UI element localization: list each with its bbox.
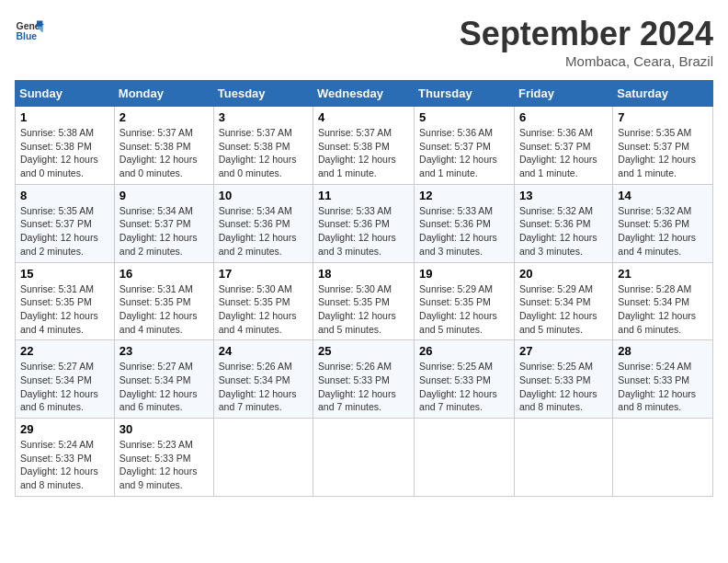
day-info: Sunrise: 5:29 AM Sunset: 5:34 PM Dayligh… [519, 282, 608, 337]
day-cell: 7Sunrise: 5:35 AM Sunset: 5:37 PM Daylig… [613, 107, 713, 185]
day-number: 5 [419, 110, 509, 124]
day-cell: 9Sunrise: 5:34 AM Sunset: 5:37 PM Daylig… [114, 184, 213, 262]
day-number: 19 [419, 267, 509, 281]
calendar-table: SundayMondayTuesdayWednesdayThursdayFrid… [15, 80, 713, 497]
day-cell: 16Sunrise: 5:31 AM Sunset: 5:35 PM Dayli… [114, 262, 213, 340]
day-number: 3 [219, 110, 308, 124]
svg-text:Blue: Blue [17, 31, 38, 41]
day-number: 8 [20, 189, 109, 202]
day-number: 13 [519, 189, 608, 202]
day-number: 29 [20, 422, 109, 436]
day-cell: 28Sunrise: 5:24 AM Sunset: 5:33 PM Dayli… [613, 340, 713, 419]
day-number: 1 [20, 110, 109, 124]
day-cell: 11Sunrise: 5:33 AM Sunset: 5:36 PM Dayli… [313, 184, 415, 262]
day-cell: 22Sunrise: 5:27 AM Sunset: 5:34 PM Dayli… [16, 340, 115, 419]
day-cell: 24Sunrise: 5:26 AM Sunset: 5:34 PM Dayli… [213, 340, 313, 419]
day-number: 15 [20, 267, 109, 281]
day-cell: 17Sunrise: 5:30 AM Sunset: 5:35 PM Dayli… [213, 262, 313, 340]
day-number: 23 [119, 344, 209, 358]
day-number: 28 [618, 344, 708, 358]
day-number: 18 [318, 267, 409, 281]
day-cell: 8Sunrise: 5:35 AM Sunset: 5:37 PM Daylig… [16, 184, 115, 262]
header-thursday: Thursday [415, 81, 515, 107]
day-info: Sunrise: 5:36 AM Sunset: 5:37 PM Dayligh… [519, 126, 608, 180]
day-number: 30 [119, 422, 209, 436]
header-row: SundayMondayTuesdayWednesdayThursdayFrid… [16, 81, 713, 107]
day-info: Sunrise: 5:33 AM Sunset: 5:36 PM Dayligh… [419, 204, 509, 259]
day-info: Sunrise: 5:35 AM Sunset: 5:37 PM Dayligh… [618, 126, 708, 180]
page-header: General Blue September 2024 Mombaca, Cea… [15, 15, 713, 69]
day-cell: 15Sunrise: 5:31 AM Sunset: 5:35 PM Dayli… [16, 262, 115, 340]
day-info: Sunrise: 5:34 AM Sunset: 5:37 PM Dayligh… [119, 204, 209, 259]
header-saturday: Saturday [613, 81, 713, 107]
day-info: Sunrise: 5:23 AM Sunset: 5:33 PM Dayligh… [119, 438, 209, 492]
day-info: Sunrise: 5:34 AM Sunset: 5:36 PM Dayligh… [219, 204, 308, 259]
location: Mombaca, Ceara, Brazil [460, 53, 713, 69]
day-cell: 10Sunrise: 5:34 AM Sunset: 5:36 PM Dayli… [213, 184, 313, 262]
day-cell: 21Sunrise: 5:28 AM Sunset: 5:34 PM Dayli… [613, 262, 713, 340]
day-info: Sunrise: 5:33 AM Sunset: 5:36 PM Dayligh… [318, 204, 409, 259]
day-cell: 2Sunrise: 5:37 AM Sunset: 5:38 PM Daylig… [114, 107, 213, 185]
day-cell: 25Sunrise: 5:26 AM Sunset: 5:33 PM Dayli… [313, 340, 415, 419]
day-number: 20 [519, 267, 608, 281]
day-number: 11 [318, 189, 409, 202]
day-cell: 23Sunrise: 5:27 AM Sunset: 5:34 PM Dayli… [114, 340, 213, 419]
day-info: Sunrise: 5:28 AM Sunset: 5:34 PM Dayligh… [618, 282, 708, 337]
day-info: Sunrise: 5:27 AM Sunset: 5:34 PM Dayligh… [20, 360, 109, 414]
day-info: Sunrise: 5:38 AM Sunset: 5:38 PM Dayligh… [20, 126, 109, 180]
day-info: Sunrise: 5:25 AM Sunset: 5:33 PM Dayligh… [419, 360, 509, 414]
day-number: 4 [318, 110, 409, 124]
day-cell: 29Sunrise: 5:24 AM Sunset: 5:33 PM Dayli… [16, 419, 115, 497]
week-row-2: 8Sunrise: 5:35 AM Sunset: 5:37 PM Daylig… [16, 184, 713, 262]
day-cell: 3Sunrise: 5:37 AM Sunset: 5:38 PM Daylig… [213, 107, 313, 185]
day-cell: 4Sunrise: 5:37 AM Sunset: 5:38 PM Daylig… [313, 107, 415, 185]
day-info: Sunrise: 5:26 AM Sunset: 5:33 PM Dayligh… [318, 360, 409, 414]
day-info: Sunrise: 5:37 AM Sunset: 5:38 PM Dayligh… [219, 126, 308, 180]
day-cell: 12Sunrise: 5:33 AM Sunset: 5:36 PM Dayli… [415, 184, 515, 262]
day-number: 10 [219, 189, 308, 202]
day-cell [313, 419, 415, 497]
day-cell: 13Sunrise: 5:32 AM Sunset: 5:36 PM Dayli… [514, 184, 612, 262]
header-tuesday: Tuesday [213, 81, 313, 107]
day-cell: 6Sunrise: 5:36 AM Sunset: 5:37 PM Daylig… [514, 107, 612, 185]
month-title: September 2024 [460, 15, 713, 53]
day-number: 2 [119, 110, 209, 124]
day-number: 14 [618, 189, 708, 202]
day-cell: 5Sunrise: 5:36 AM Sunset: 5:37 PM Daylig… [415, 107, 515, 185]
day-cell: 18Sunrise: 5:30 AM Sunset: 5:35 PM Dayli… [313, 262, 415, 340]
day-number: 22 [20, 344, 109, 358]
day-info: Sunrise: 5:29 AM Sunset: 5:35 PM Dayligh… [419, 282, 509, 337]
day-info: Sunrise: 5:30 AM Sunset: 5:35 PM Dayligh… [318, 282, 409, 337]
day-cell: 19Sunrise: 5:29 AM Sunset: 5:35 PM Dayli… [415, 262, 515, 340]
day-cell [514, 419, 612, 497]
week-row-3: 15Sunrise: 5:31 AM Sunset: 5:35 PM Dayli… [16, 262, 713, 340]
day-cell: 27Sunrise: 5:25 AM Sunset: 5:33 PM Dayli… [514, 340, 612, 419]
day-cell: 1Sunrise: 5:38 AM Sunset: 5:38 PM Daylig… [16, 107, 115, 185]
day-number: 17 [219, 267, 308, 281]
day-info: Sunrise: 5:24 AM Sunset: 5:33 PM Dayligh… [618, 360, 708, 414]
day-number: 24 [219, 344, 308, 358]
day-cell [613, 419, 713, 497]
day-number: 27 [519, 344, 608, 358]
day-number: 26 [419, 344, 509, 358]
day-number: 7 [618, 110, 708, 124]
day-number: 16 [119, 267, 209, 281]
day-cell [213, 419, 313, 497]
day-number: 9 [119, 189, 209, 202]
day-cell: 14Sunrise: 5:32 AM Sunset: 5:36 PM Dayli… [613, 184, 713, 262]
week-row-4: 22Sunrise: 5:27 AM Sunset: 5:34 PM Dayli… [16, 340, 713, 419]
day-cell: 26Sunrise: 5:25 AM Sunset: 5:33 PM Dayli… [415, 340, 515, 419]
day-info: Sunrise: 5:35 AM Sunset: 5:37 PM Dayligh… [20, 204, 109, 259]
day-info: Sunrise: 5:30 AM Sunset: 5:35 PM Dayligh… [219, 282, 308, 337]
day-cell [415, 419, 515, 497]
day-cell: 30Sunrise: 5:23 AM Sunset: 5:33 PM Dayli… [114, 419, 213, 497]
day-info: Sunrise: 5:26 AM Sunset: 5:34 PM Dayligh… [219, 360, 308, 414]
day-cell: 20Sunrise: 5:29 AM Sunset: 5:34 PM Dayli… [514, 262, 612, 340]
header-friday: Friday [514, 81, 612, 107]
week-row-1: 1Sunrise: 5:38 AM Sunset: 5:38 PM Daylig… [16, 107, 713, 185]
day-info: Sunrise: 5:36 AM Sunset: 5:37 PM Dayligh… [419, 126, 509, 180]
day-info: Sunrise: 5:31 AM Sunset: 5:35 PM Dayligh… [20, 282, 109, 337]
logo-icon: General Blue [15, 15, 44, 44]
day-info: Sunrise: 5:37 AM Sunset: 5:38 PM Dayligh… [318, 126, 409, 180]
day-info: Sunrise: 5:25 AM Sunset: 5:33 PM Dayligh… [519, 360, 608, 414]
